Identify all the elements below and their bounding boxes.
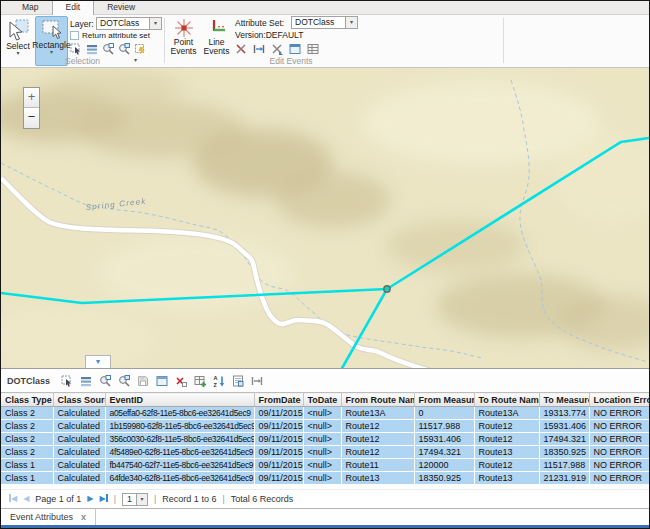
route-junction-marker[interactable] [384, 286, 390, 292]
page-label: Page 1 of 1 [35, 494, 81, 504]
column-header[interactable]: From Measure [414, 393, 474, 407]
table-row[interactable]: Class 1Calculated64fde340-62f8-11e5-8bc6… [1, 472, 650, 485]
first-page-button[interactable]: ◀ [9, 494, 17, 504]
attribute-set-label: Attribute Set: [235, 18, 284, 28]
delete-selected-icon[interactable] [175, 375, 187, 387]
clear-selection-icon[interactable] [134, 43, 146, 55]
edit-events-group-label: Edit Events [166, 56, 416, 66]
column-header[interactable]: FromDate [254, 393, 303, 407]
event-attributes-panel: DOTClass [1, 368, 649, 508]
column-header[interactable]: From Route Name [341, 393, 414, 407]
group-divider [164, 18, 165, 63]
zoom-to-selection-icon[interactable] [102, 43, 114, 55]
version-label: Version:DEFAULT [235, 30, 303, 40]
layer-label: Layer: [70, 19, 94, 29]
attribute-set-dropdown-arrow-icon[interactable]: ▾ [345, 16, 358, 29]
page-select-arrow-icon[interactable]: ▾ [136, 494, 147, 505]
table-header-row: Class Type Class Source EventID FromDate… [1, 393, 650, 407]
point-events-icon [174, 18, 194, 38]
pan-to-selected-icon[interactable] [118, 375, 130, 387]
return-attribute-set-checkbox[interactable] [70, 31, 79, 40]
pagination-bar: ◀ ◀ Page 1 of 1 ▶ ▶ | 1 ▾ | Record 1 to … [1, 489, 649, 508]
selection-group-label: Selection [1, 56, 164, 66]
column-header[interactable]: Class Type [1, 393, 53, 407]
selection-list-icon[interactable] [86, 43, 98, 55]
save-icon[interactable] [137, 375, 149, 387]
sort-icon[interactable]: AZ [213, 375, 225, 387]
page-number-select[interactable]: 1 ▾ [122, 493, 148, 506]
open-form-icon[interactable] [232, 375, 244, 387]
map-graphics: Spring Creek [1, 68, 649, 368]
return-attribute-set-label: Return attribute set [82, 31, 150, 40]
tab-map[interactable]: Map [9, 1, 52, 14]
window-bottom-accent [1, 525, 649, 528]
selection-icon-row [70, 43, 146, 55]
column-header[interactable]: ToDate [303, 393, 341, 407]
snap-event-icon[interactable] [253, 43, 265, 55]
group-divider [503, 18, 504, 63]
bottom-tab-bar: Event Attributes x [1, 508, 649, 525]
map-canvas[interactable]: Spring Creek + − ▼ [1, 68, 649, 368]
table-row[interactable]: Class 2Calculated1b159980-62f8-11e5-8bc6… [1, 420, 650, 433]
rectangle-dropdown-arrow[interactable]: ▾ [50, 50, 53, 55]
dock-right-icon[interactable] [251, 375, 263, 387]
split-event-icon[interactable] [235, 43, 247, 55]
panel-collapse-button[interactable]: ▼ [85, 355, 111, 368]
page-number-value: 1 [123, 494, 136, 505]
table-title: DOTClass [7, 376, 50, 386]
tab-edit[interactable]: Edit [52, 1, 95, 15]
table-row[interactable]: Class 2Calculateda05effa0-62f8-11e5-8bc6… [1, 407, 650, 420]
add-record-icon[interactable] [194, 375, 206, 387]
table-row[interactable]: Class 2Calculated4f5489e0-62f8-11e5-8bc6… [1, 446, 650, 459]
select-tool-icon[interactable] [61, 375, 73, 387]
previous-page-button[interactable]: ◀ [23, 494, 29, 504]
tab-review[interactable]: Review [94, 1, 148, 14]
ribbon-tab-bar: Map Edit Review [1, 1, 649, 15]
line-events-icon [207, 18, 227, 38]
table-toolbar: DOTClass [1, 369, 649, 392]
rectangle-select-icon [40, 17, 64, 41]
layer-dropdown-value: DOTClass [96, 17, 149, 30]
creek-label: Spring Creek [85, 197, 147, 212]
close-tab-icon[interactable]: x [81, 513, 86, 522]
attribute-set-dropdown-value: DOTClass [291, 16, 345, 29]
record-range-label: Record 1 to 6 [162, 494, 216, 504]
next-page-button[interactable]: ▶ [87, 494, 93, 504]
pan-to-selection-icon[interactable] [118, 43, 130, 55]
svg-text:A: A [214, 375, 218, 381]
svg-text:Z: Z [214, 381, 218, 387]
table-row[interactable]: Class 2Calculated356c0030-62f8-11e5-8bc6… [1, 433, 650, 446]
column-header[interactable]: Location Error [589, 393, 650, 407]
tab-event-attributes[interactable]: Event Attributes x [1, 509, 96, 525]
select-cursor-icon [6, 18, 30, 42]
column-header[interactable]: To Route Name [474, 393, 539, 407]
menu-icon[interactable] [80, 375, 92, 387]
last-page-button[interactable]: ▶ [100, 494, 108, 504]
attribute-table: Class Type Class Source EventID FromDate… [1, 392, 650, 485]
merge-event-icon[interactable] [271, 43, 283, 55]
select-features-icon[interactable] [70, 43, 82, 55]
event-window-icon[interactable] [289, 43, 301, 55]
zoom-out-button[interactable]: − [24, 108, 39, 128]
event-table-icon[interactable] [307, 43, 319, 55]
column-header[interactable]: To Measure [539, 393, 589, 407]
table-row[interactable]: Class 1Calculatedfb447540-62f7-11e5-8bc6… [1, 459, 650, 472]
attribute-window-icon[interactable] [156, 375, 168, 387]
map-zoom-control: + − [23, 87, 40, 129]
edit-events-icon-row [235, 43, 319, 55]
layer-dropdown-arrow-icon[interactable]: ▾ [149, 17, 162, 30]
zoom-to-selected-icon[interactable] [99, 375, 111, 387]
event-editor-window: Map Edit Review Select ▾ Rectangle ▾ Lay… [0, 0, 650, 529]
ribbon: Select ▾ Rectangle ▾ Layer: DOTClass ▾ R… [1, 15, 649, 68]
attribute-set-dropdown[interactable]: DOTClass ▾ [291, 16, 358, 29]
column-header[interactable]: Class Source [53, 393, 105, 407]
total-records-label: Total 6 Records [231, 494, 294, 504]
column-header[interactable]: EventID [105, 393, 254, 407]
layer-dropdown[interactable]: DOTClass ▾ [96, 17, 162, 30]
zoom-in-button[interactable]: + [24, 88, 39, 108]
